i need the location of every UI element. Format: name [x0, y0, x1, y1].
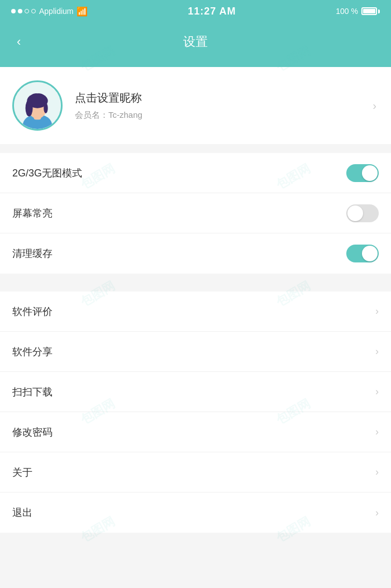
profile-info: 点击设置昵称 会员名：Tc-zhang — [75, 90, 373, 121]
avatar-svg — [14, 82, 61, 129]
wifi-icon: 📶 — [77, 6, 88, 17]
menu-arrow-download: › — [375, 386, 379, 398]
battery-icon — [361, 7, 380, 15]
menu-item-download[interactable]: 扫扫下载 › — [0, 372, 391, 412]
menu-item-review[interactable]: 软件评价 › — [0, 291, 391, 332]
menu-item-logout[interactable]: 退出 › — [0, 493, 391, 533]
toggle-slider-screen — [346, 204, 379, 222]
menu-section: 软件评价 › 软件分享 › 扫扫下载 › 修改密码 › 关于 › 退出 › — [0, 291, 391, 533]
toggle-label-cache: 清理缓存 — [12, 247, 53, 260]
toggle-screen[interactable] — [346, 204, 379, 222]
toggle-slider-cache — [346, 245, 379, 262]
carrier-label: Applidium — [39, 7, 73, 16]
status-left: Applidium 📶 — [11, 6, 88, 17]
toggle-row-cache[interactable]: 清理缓存 — [0, 233, 391, 274]
signal-dots — [11, 9, 36, 13]
menu-arrow-password: › — [375, 426, 379, 438]
toggle-row-2g3g[interactable]: 2G/3G无图模式 — [0, 153, 391, 193]
menu-label-about: 关于 — [12, 466, 32, 479]
menu-label-download: 扫扫下载 — [12, 385, 53, 399]
toggle-2g3g[interactable] — [346, 164, 379, 182]
dot-4 — [31, 9, 36, 13]
profile-id-prefix: 会员名： — [75, 110, 108, 119]
battery-fill — [363, 9, 375, 13]
menu-label-share: 软件分享 — [12, 345, 53, 358]
svg-point-6 — [44, 103, 47, 113]
menu-arrow-about: › — [375, 466, 379, 478]
section-separator — [0, 283, 391, 291]
avatar — [12, 80, 63, 131]
toggle-slider-2g3g — [346, 164, 379, 182]
battery-body — [361, 7, 377, 15]
toggle-section: 2G/3G无图模式 屏幕常亮 清理缓存 — [0, 153, 391, 274]
dot-2 — [18, 9, 22, 13]
dot-1 — [11, 9, 16, 13]
toggle-row-screen[interactable]: 屏幕常亮 — [0, 193, 391, 233]
battery-tip — [378, 9, 380, 13]
header: ‹ 设置 — [0, 22, 391, 67]
dot-3 — [25, 9, 29, 13]
profile-section[interactable]: 点击设置昵称 会员名：Tc-zhang › — [0, 67, 391, 144]
menu-arrow-review: › — [375, 305, 379, 317]
menu-item-share[interactable]: 软件分享 › — [0, 332, 391, 372]
menu-item-password[interactable]: 修改密码 › — [0, 412, 391, 452]
menu-item-about[interactable]: 关于 › — [0, 452, 391, 493]
profile-chevron-icon: › — [373, 99, 376, 112]
back-button[interactable]: ‹ — [12, 30, 25, 54]
toggle-cache[interactable] — [346, 245, 379, 262]
svg-point-5 — [26, 100, 33, 117]
profile-id-value: Tc-zhang — [108, 110, 142, 119]
status-bar: Applidium 📶 11:27 AM 100 % — [0, 0, 391, 22]
menu-label-logout: 退出 — [12, 506, 32, 519]
page-title: 设置 — [183, 34, 208, 50]
profile-name: 点击设置昵称 — [75, 90, 373, 106]
menu-arrow-logout: › — [375, 507, 379, 519]
battery-percent: 100 % — [336, 7, 358, 16]
status-time: 11:27 AM — [188, 6, 236, 17]
toggle-label-screen: 屏幕常亮 — [12, 207, 53, 220]
menu-arrow-share: › — [375, 346, 379, 357]
toggle-label-2g3g: 2G/3G无图模式 — [12, 166, 82, 180]
profile-id: 会员名：Tc-zhang — [75, 110, 373, 121]
status-right: 100 % — [336, 7, 380, 16]
menu-label-review: 软件评价 — [12, 305, 53, 318]
menu-label-password: 修改密码 — [12, 426, 53, 439]
